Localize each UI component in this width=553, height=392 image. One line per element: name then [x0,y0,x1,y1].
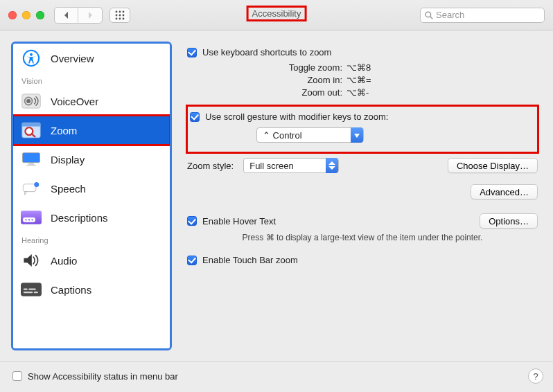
shortcut-list: Toggle zoom:⌥⌘8 Zoom in:⌥⌘= Zoom out:⌥⌘- [187,62,538,99]
accessibility-icon [20,48,42,68]
chevron-down-icon [351,127,363,143]
audio-icon [20,251,42,270]
svg-point-30 [31,219,33,220]
advanced-row: Advanced… [187,184,538,199]
traffic-lights [8,11,44,19]
svg-rect-18 [22,123,40,126]
back-button[interactable] [55,8,78,23]
advanced-button[interactable]: Advanced… [471,184,538,199]
descriptions-icon [20,208,42,227]
enable-touchbar-zoom-label: Enable Touch Bar zoom [202,255,298,265]
nav-back-forward [54,7,103,24]
sidebar-item-zoom[interactable]: Zoom [13,116,170,145]
enable-hover-row: Enable Hover Text Options… [187,213,538,229]
enable-touchbar-zoom-checkbox[interactable] [187,256,197,265]
modifier-key-select[interactable]: ⌃ Control [256,127,364,143]
svg-rect-32 [24,289,28,290]
zoom-style-select[interactable]: Full screen [243,158,339,173]
scroll-gesture-section: Use scroll gesture with modifier keys to… [187,106,538,152]
show-all-prefs-button[interactable] [109,8,130,23]
use-keyboard-shortcuts-row: Use keyboard shortcuts to zoom [187,47,538,57]
zoom-style-label: Zoom style: [187,161,234,171]
shortcut-name: Zoom out: [187,87,346,99]
svg-point-2 [123,10,125,12]
svg-point-9 [425,12,431,17]
svg-marker-36 [354,134,360,138]
modifier-key-value: ⌃ Control [257,130,351,141]
use-scroll-gesture-label: Use scroll gesture with modifier keys to… [205,112,388,122]
minimize-button[interactable] [22,11,30,19]
shortcut-name: Zoom in: [187,74,346,87]
svg-rect-23 [26,165,36,166]
shortcut-name: Toggle zoom: [187,62,346,74]
search-field[interactable]: Search [420,8,545,23]
svg-point-13 [30,53,33,56]
captions-icon [20,280,42,299]
svg-point-28 [25,219,26,220]
svg-point-7 [119,17,121,19]
show-status-menubar-label: Show Accessibility status in menu bar [28,371,178,382]
use-scroll-gesture-checkbox[interactable] [190,112,200,122]
hover-text-options-button[interactable]: Options… [480,213,538,229]
svg-point-29 [28,219,30,220]
search-placeholder: Search [436,10,464,20]
zoom-window-button[interactable] [36,11,44,19]
enable-hover-text-checkbox[interactable] [187,216,197,226]
sidebar-item-descriptions[interactable]: Descriptions [13,203,170,232]
sidebar-section-hearing: Hearing [13,232,170,246]
svg-rect-34 [24,292,33,293]
svg-line-10 [430,16,432,18]
sidebar-item-label: Zoom [51,125,163,136]
svg-point-1 [119,10,121,12]
zoom-style-value: Full screen [244,161,326,171]
svg-rect-24 [23,184,36,192]
chevron-updown-icon [326,158,338,173]
shortcut-keys: ⌥⌘8 [346,62,371,74]
window-title: Accessibility [248,7,306,20]
forward-button[interactable] [78,8,102,23]
choose-display-button[interactable]: Choose Display… [448,158,538,173]
enable-hover-text-label: Enable Hover Text [202,216,276,226]
svg-rect-22 [28,163,34,164]
enable-touchbar-zoom-row: Enable Touch Bar zoom [187,255,538,265]
sidebar-section-vision: Vision [13,73,170,87]
svg-point-8 [123,17,125,19]
svg-rect-33 [28,289,36,290]
svg-point-16 [26,99,30,103]
use-keyboard-shortcuts-label: Use keyboard shortcuts to zoom [202,47,331,57]
zoom-icon [20,121,42,140]
display-icon [20,150,42,169]
sidebar-item-label: Speech [51,183,163,195]
sidebar-item-display[interactable]: Display [13,145,170,174]
svg-rect-21 [23,153,40,163]
close-button[interactable] [8,11,17,19]
svg-point-6 [116,17,118,19]
shortcut-keys: ⌥⌘= [346,74,371,87]
shortcut-keys: ⌥⌘- [346,87,369,99]
show-status-menubar-checkbox[interactable] [12,371,22,381]
sidebar-item-captions[interactable]: Captions [13,275,170,304]
speech-icon [20,179,42,198]
settings-pane: Use keyboard shortcuts to zoom Toggle zo… [172,42,542,350]
sidebar-item-audio[interactable]: Audio [13,246,170,275]
sidebar: Overview Vision VoiceOver Zoom Displa [11,42,172,350]
sidebar-item-label: VoiceOver [51,96,163,107]
svg-point-25 [34,182,39,187]
use-keyboard-shortcuts-checkbox[interactable] [187,48,197,57]
sidebar-item-overview[interactable]: Overview [13,44,170,73]
svg-point-4 [119,14,121,16]
svg-rect-35 [34,292,38,293]
voiceover-icon [20,91,42,111]
sidebar-item-label: Descriptions [51,212,163,224]
zoom-style-row: Zoom style: Full screen Choose Display… [187,158,538,173]
sidebar-item-label: Overview [51,53,163,64]
svg-point-0 [116,10,118,12]
sidebar-item-speech[interactable]: Speech [13,174,170,203]
sidebar-item-label: Display [51,154,163,166]
footer: Show Accessibility status in menu bar ? [0,361,553,392]
help-button[interactable]: ? [528,368,543,384]
sidebar-item-label: Audio [51,255,163,267]
sidebar-item-label: Captions [51,284,163,296]
sidebar-item-voiceover[interactable]: VoiceOver [13,87,170,116]
hover-text-hint: Press ⌘ to display a large-text view of … [187,233,538,242]
